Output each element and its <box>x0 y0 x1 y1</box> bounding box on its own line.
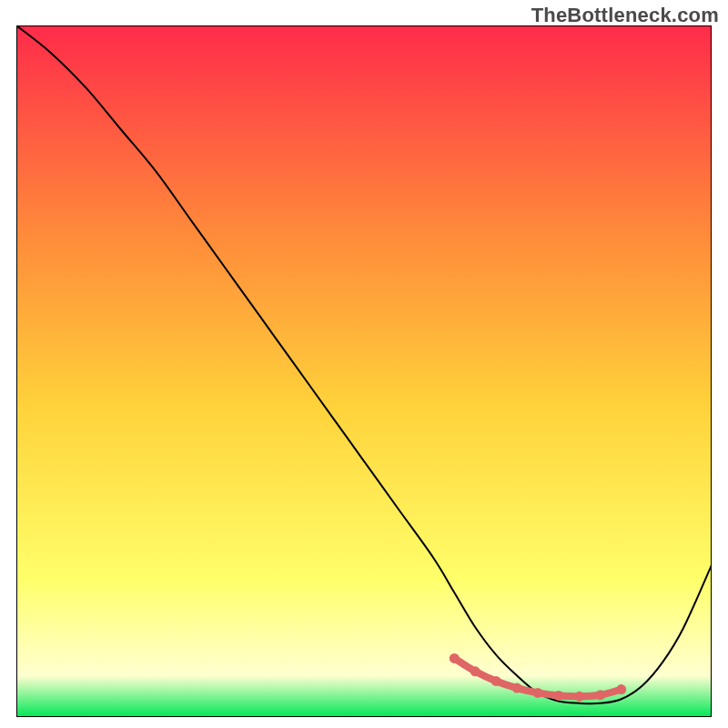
marker-dot <box>595 690 605 700</box>
marker-dot <box>450 653 460 663</box>
marker-dot <box>491 676 501 686</box>
marker-dot <box>533 688 543 698</box>
marker-dot <box>512 683 522 693</box>
marker-dot <box>574 692 584 702</box>
chart-svg <box>16 25 712 717</box>
plot-area <box>16 25 712 717</box>
watermark-text: TheBottleneck.com <box>531 4 719 27</box>
marker-dot <box>470 666 480 676</box>
marker-dot <box>616 684 626 694</box>
marker-dot <box>553 691 563 701</box>
chart-stage: TheBottleneck.com <box>0 0 728 728</box>
